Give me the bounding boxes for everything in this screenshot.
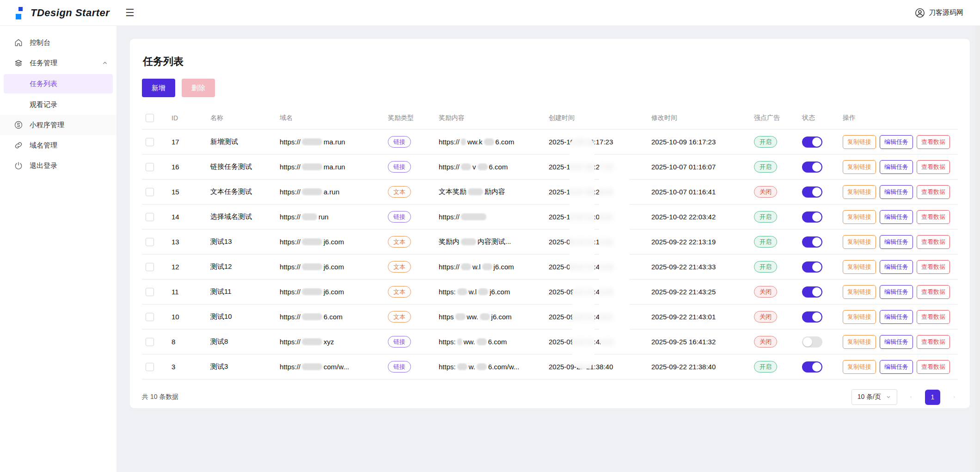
sidebar-item-task-management[interactable]: 任务管理 <box>0 53 116 73</box>
copy-link-button[interactable]: 复制链接 <box>843 260 876 274</box>
edit-task-button[interactable]: 编辑任务 <box>880 310 913 324</box>
edit-task-button[interactable]: 编辑任务 <box>880 235 913 249</box>
view-data-button[interactable]: 查看数据 <box>917 135 950 149</box>
user-menu[interactable]: 刀客源码网 <box>915 8 980 18</box>
view-data-button[interactable]: 查看数据 <box>917 360 950 374</box>
cell-force-ad: 开启 <box>750 261 798 273</box>
edit-task-button[interactable]: 编辑任务 <box>880 160 913 174</box>
row-checkbox-cell <box>142 138 168 146</box>
row-checkbox[interactable] <box>146 213 154 221</box>
cell-reward-content: https:w.6.com/w... <box>435 363 545 371</box>
status-toggle[interactable] <box>802 261 822 273</box>
cell-name: 测试13 <box>207 237 276 246</box>
chevron-right-icon[interactable] <box>950 393 958 401</box>
view-data-button[interactable]: 查看数据 <box>917 160 950 174</box>
cell-reward-content: https://ww.k6.com <box>435 138 545 146</box>
row-checkbox[interactable] <box>146 338 154 346</box>
status-toggle[interactable] <box>802 137 822 148</box>
sidebar-item-task-list[interactable]: 任务列表 <box>4 74 113 93</box>
copy-link-button[interactable]: 复制链接 <box>843 185 876 199</box>
row-checkbox[interactable] <box>146 313 154 321</box>
copy-link-button[interactable]: 复制链接 <box>843 235 876 249</box>
view-data-button[interactable]: 查看数据 <box>917 210 950 224</box>
cell-reward-type: 文本 <box>384 286 435 298</box>
row-checkbox[interactable] <box>146 163 154 171</box>
cell-reward-content: https://w.lj6.com <box>435 263 545 271</box>
edit-task-button[interactable]: 编辑任务 <box>880 210 913 224</box>
hamburger-icon[interactable]: ☰ <box>125 8 135 18</box>
sidebar-item-console[interactable]: 控制台 <box>0 32 116 53</box>
redacted-text <box>457 288 467 295</box>
table-row: 10测试10https://6.com文本httpsww.j6.com2025-… <box>142 304 958 329</box>
status-toggle[interactable] <box>802 186 822 198</box>
copy-link-button[interactable]: 复制链接 <box>843 135 876 149</box>
app-logo[interactable]: TDesign Starter <box>0 6 117 20</box>
redacted-text <box>302 238 322 245</box>
scrollbar-track[interactable] <box>975 26 980 472</box>
toolbar: 新增 删除 <box>142 79 958 97</box>
status-toggle[interactable] <box>802 286 822 298</box>
page-size-select[interactable]: 10 条/页 <box>851 389 897 405</box>
row-checkbox[interactable] <box>146 238 154 246</box>
cell-id: 13 <box>168 238 207 246</box>
edit-task-button[interactable]: 编辑任务 <box>880 285 913 299</box>
edit-task-button[interactable]: 编辑任务 <box>880 360 913 374</box>
cell-domain: https://j6.com <box>276 238 384 246</box>
cell-domain: https://j6.com <box>276 288 384 296</box>
reward-type-tag: 文本 <box>388 261 411 273</box>
view-data-button[interactable]: 查看数据 <box>917 235 950 249</box>
cell-modified-time: 2025-09-25 16:41:32 <box>648 338 750 346</box>
row-checkbox[interactable] <box>146 288 154 296</box>
sidebar-item-label: 控制台 <box>30 38 108 47</box>
copy-link-button[interactable]: 复制链接 <box>843 335 876 349</box>
delete-button[interactable]: 删除 <box>182 79 215 97</box>
copy-link-button[interactable]: 复制链接 <box>843 310 876 324</box>
table-body: 17新增测试https://ma.run链接https://ww.k6.com2… <box>142 130 958 379</box>
status-toggle[interactable] <box>802 336 822 348</box>
row-checkbox[interactable] <box>146 363 154 371</box>
task-table: ID 名称 域名 奖励类型 奖励内容 创建时间 修改时间 强点广告 状态 操作 … <box>142 106 958 379</box>
copy-link-button[interactable]: 复制链接 <box>843 285 876 299</box>
redacted-text <box>477 363 487 370</box>
view-data-button[interactable]: 查看数据 <box>917 285 950 299</box>
cell-actions: 复制链接编辑任务查看数据 <box>839 160 958 174</box>
add-button[interactable]: 新增 <box>142 79 175 97</box>
row-checkbox[interactable] <box>146 138 154 146</box>
force-ad-tag: 关闭 <box>754 186 777 198</box>
status-toggle[interactable] <box>802 361 822 373</box>
cell-modified-time: 2025-09-22 21:43:01 <box>648 313 750 321</box>
edit-task-button[interactable]: 编辑任务 <box>880 185 913 199</box>
status-toggle[interactable] <box>802 311 822 323</box>
status-toggle[interactable] <box>802 161 822 173</box>
row-checkbox-cell <box>142 163 168 171</box>
copy-link-button[interactable]: 复制链接 <box>843 160 876 174</box>
edit-task-button[interactable]: 编辑任务 <box>880 260 913 274</box>
sidebar-item-logout[interactable]: 退出登录 <box>0 155 116 176</box>
edit-task-button[interactable]: 编辑任务 <box>880 335 913 349</box>
copy-link-button[interactable]: 复制链接 <box>843 210 876 224</box>
row-checkbox-cell <box>142 263 168 271</box>
view-data-button[interactable]: 查看数据 <box>917 185 950 199</box>
redacted-text <box>484 138 494 145</box>
view-data-button[interactable]: 查看数据 <box>917 310 950 324</box>
view-data-button[interactable]: 查看数据 <box>917 260 950 274</box>
cell-force-ad: 开启 <box>750 236 798 248</box>
cell-status <box>798 336 839 348</box>
sidebar-item-domain-management[interactable]: 域名管理 <box>0 135 116 155</box>
sidebar-item-miniprogram[interactable]: 小程序管理 <box>0 115 116 135</box>
sidebar-item-watch-records[interactable]: 观看记录 <box>0 94 116 115</box>
column-header-reward-type: 奖励类型 <box>384 114 435 122</box>
status-toggle[interactable] <box>802 211 822 223</box>
redacted-text <box>455 313 466 320</box>
row-checkbox[interactable] <box>146 188 154 196</box>
row-checkbox[interactable] <box>146 263 154 271</box>
status-toggle[interactable] <box>802 236 822 248</box>
copy-link-button[interactable]: 复制链接 <box>843 360 876 374</box>
view-data-button[interactable]: 查看数据 <box>917 335 950 349</box>
chevron-left-icon[interactable] <box>907 393 915 401</box>
column-header-id: ID <box>168 114 207 122</box>
current-page-button[interactable]: 1 <box>925 390 940 405</box>
cell-domain: https://run <box>276 213 384 221</box>
select-all-checkbox[interactable] <box>146 114 154 122</box>
edit-task-button[interactable]: 编辑任务 <box>880 135 913 149</box>
